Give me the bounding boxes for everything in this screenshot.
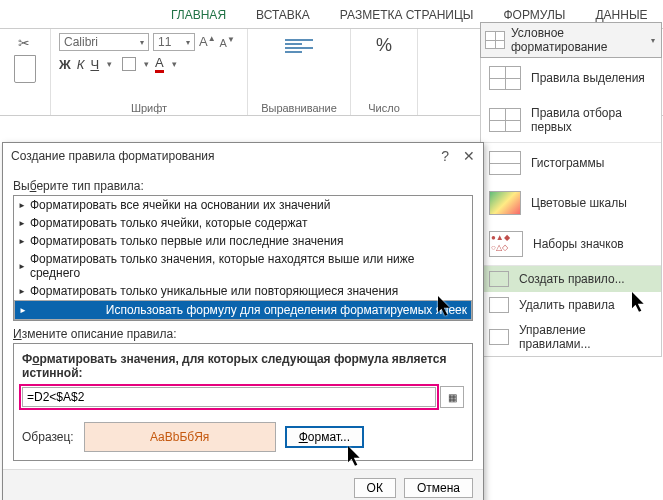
rule-type-label: Выберите тип правила: xyxy=(13,179,473,193)
new-rule-icon xyxy=(489,271,509,287)
italic-button[interactable]: К xyxy=(77,57,85,72)
font-group-label: Шрифт xyxy=(51,101,247,115)
clear-rules-icon xyxy=(489,297,509,313)
cancel-button[interactable]: Отмена xyxy=(404,478,473,498)
bold-button[interactable]: Ж xyxy=(59,57,71,72)
cf-header-icon xyxy=(485,31,505,49)
rule-type-all-cells[interactable]: Форматировать все ячейки на основании их… xyxy=(14,196,472,214)
rule-type-list[interactable]: Форматировать все ячейки на основании их… xyxy=(13,195,473,321)
conditional-formatting-button[interactable]: Условное форматирование▾ xyxy=(480,22,662,58)
fontcolor-icon[interactable]: A xyxy=(155,55,164,73)
rule-type-average[interactable]: Форматировать только значения, которые н… xyxy=(14,250,472,282)
topbottom-icon xyxy=(489,108,521,132)
new-rule-dialog: Создание правила форматирования ? ✕ Выбе… xyxy=(2,142,484,500)
sample-label: Образец: xyxy=(22,430,74,444)
rule-type-top-bottom[interactable]: Форматировать только первые или последни… xyxy=(14,232,472,250)
cf-top-bottom-rules[interactable]: Правила отбора первых xyxy=(481,98,661,142)
format-preview: АаВbБбЯя xyxy=(84,422,276,452)
tab-home[interactable]: ГЛАВНАЯ xyxy=(165,4,232,26)
font-size-select[interactable]: 11▾ xyxy=(153,33,195,51)
grow-font-icon[interactable]: A▲ xyxy=(199,34,216,49)
cut-icon[interactable]: ✂ xyxy=(18,35,42,51)
cf-data-bars[interactable]: Гистограммы xyxy=(481,142,661,183)
font-name-select[interactable]: Calibri▾ xyxy=(59,33,149,51)
formula-label: Форматировать значения, для которых след… xyxy=(22,352,464,380)
rule-type-formula[interactable]: Использовать формулу для определения фор… xyxy=(14,300,472,320)
tab-insert[interactable]: ВСТАВКА xyxy=(250,4,316,26)
rule-desc-label: Измените описание правила: xyxy=(13,327,473,341)
cf-icon-sets[interactable]: ●▲◆○△◇Наборы значков xyxy=(481,223,661,265)
number-group-label: Число xyxy=(351,101,417,115)
format-button[interactable]: Формат... xyxy=(286,427,363,447)
align-icon[interactable] xyxy=(285,35,313,57)
iconset-icon: ●▲◆○△◇ xyxy=(489,231,523,257)
dialog-title: Создание правила форматирования xyxy=(11,149,215,163)
rule-type-contain[interactable]: Форматировать только ячейки, которые сод… xyxy=(14,214,472,232)
paste-icon[interactable] xyxy=(14,55,36,83)
cf-new-rule[interactable]: Создать правило... xyxy=(481,265,661,292)
border-icon[interactable] xyxy=(122,57,136,71)
cf-highlight-rules[interactable]: Правила выделения xyxy=(481,58,661,98)
formula-input[interactable] xyxy=(22,387,436,407)
percent-icon[interactable]: % xyxy=(359,35,409,56)
cf-manage-rules[interactable]: Управление правилами... xyxy=(481,318,661,356)
underline-button[interactable]: Ч xyxy=(90,57,99,72)
highlight-icon xyxy=(489,66,521,90)
cf-clear-rules[interactable]: Удалить правила xyxy=(481,292,661,318)
range-selector-button[interactable]: ▦ xyxy=(440,386,464,408)
conditional-formatting-menu: Условное форматирование▾ Правила выделен… xyxy=(480,22,662,357)
close-button[interactable]: ✕ xyxy=(463,148,475,164)
colorscale-icon xyxy=(489,191,521,215)
databar-icon xyxy=(489,151,521,175)
manage-rules-icon xyxy=(489,329,509,345)
help-button[interactable]: ? xyxy=(441,148,449,164)
ok-button[interactable]: ОК xyxy=(354,478,396,498)
cf-color-scales[interactable]: Цветовые шкалы xyxy=(481,183,661,223)
tab-layout[interactable]: РАЗМЕТКА СТРАНИЦЫ xyxy=(334,4,480,26)
rule-type-unique[interactable]: Форматировать только уникальные или повт… xyxy=(14,282,472,300)
align-group-label: Выравнивание xyxy=(248,101,350,115)
shrink-font-icon[interactable]: A▼ xyxy=(220,35,235,49)
